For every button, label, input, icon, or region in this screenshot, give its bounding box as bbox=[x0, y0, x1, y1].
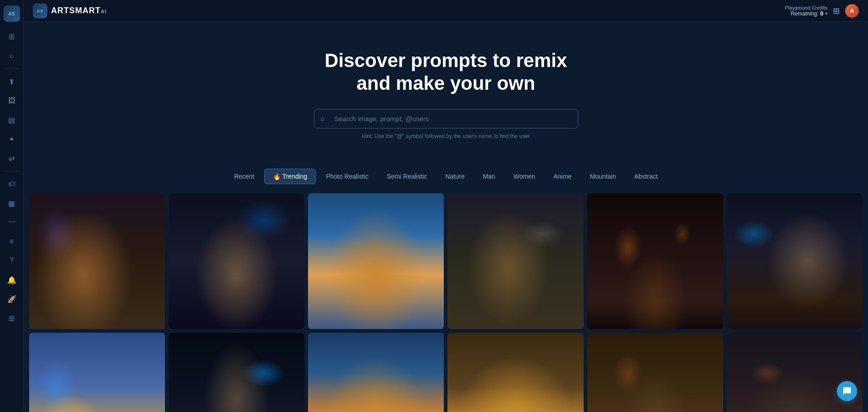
image-card[interactable] bbox=[169, 193, 304, 329]
sidebar: AS ⊞ ⌕ ⬆ 🖼 ▤ ✦ ⇄ 🏷 ▦ 〰 ≡ ? 🔔 🚀 ⊞ bbox=[0, 0, 24, 412]
filter-tabs: Recent 🔥 Trending Photo Realistic Semi R… bbox=[24, 164, 868, 193]
image-card[interactable] bbox=[308, 333, 444, 412]
remaining-label: Remaining: bbox=[791, 10, 819, 17]
tab-trending[interactable]: 🔥 Trending bbox=[264, 169, 316, 184]
search-icon: ⌕ bbox=[320, 114, 325, 123]
sidebar-icon-help[interactable]: ? bbox=[4, 252, 20, 269]
sidebar-icon-list[interactable]: ≡ bbox=[4, 233, 20, 250]
sidebar-divider-1 bbox=[5, 68, 19, 69]
sidebar-icon-database[interactable]: ▦ bbox=[4, 195, 20, 211]
image-card[interactable] bbox=[587, 333, 723, 412]
app-logo[interactable]: AS ARTSMARTAI bbox=[33, 4, 107, 18]
tab-anime[interactable]: Anime bbox=[545, 169, 580, 184]
sidebar-icon-bell[interactable]: 🔔 bbox=[4, 272, 20, 288]
sidebar-icon-wand[interactable]: ✦ bbox=[4, 131, 20, 147]
sidebar-divider-2 bbox=[5, 171, 19, 171]
credits-remaining: Remaining: 0 ▾ bbox=[791, 10, 827, 17]
tab-abstract[interactable]: Abstract bbox=[626, 169, 666, 184]
image-card[interactable] bbox=[587, 193, 723, 329]
sidebar-icon-image[interactable]: 🖼 bbox=[4, 93, 20, 109]
topbar-right: Playground Credits Remaining: 0 ▾ ⊞ A bbox=[785, 4, 859, 18]
tab-man[interactable]: Man bbox=[475, 169, 503, 184]
tab-photo-realistic[interactable]: Photo Realistic bbox=[318, 169, 376, 184]
image-card[interactable] bbox=[169, 333, 304, 412]
sidebar-icon-layers[interactable]: ▤ bbox=[4, 112, 20, 128]
topbar-grid-icon[interactable]: ⊞ bbox=[833, 6, 840, 16]
tab-semi-realistic[interactable]: Semi Realistic bbox=[379, 169, 436, 184]
image-card[interactable] bbox=[447, 333, 583, 412]
credits-label: Playground Credits bbox=[785, 5, 827, 10]
image-card[interactable] bbox=[29, 333, 165, 412]
app-name: ARTSMARTAI bbox=[51, 6, 107, 15]
sidebar-icon-upload[interactable]: ⬆ bbox=[4, 73, 20, 90]
topbar: AS ARTSMARTAI Playground Credits Remaini… bbox=[24, 0, 868, 22]
image-grid bbox=[24, 193, 868, 412]
search-input[interactable] bbox=[314, 109, 578, 129]
tab-mountain[interactable]: Mountain bbox=[581, 169, 624, 184]
sidebar-icon-tag[interactable]: 🏷 bbox=[4, 176, 20, 192]
sidebar-icon-search[interactable]: ⌕ bbox=[4, 47, 20, 64]
sidebar-icon-wave[interactable]: 〰 bbox=[4, 214, 20, 231]
tab-recent[interactable]: Recent bbox=[226, 169, 262, 184]
user-avatar[interactable]: A bbox=[845, 4, 859, 18]
tab-nature[interactable]: Nature bbox=[437, 169, 473, 184]
image-card[interactable] bbox=[29, 193, 165, 329]
search-hint: Hint: Use the "@" symbol followed by the… bbox=[33, 133, 859, 139]
image-card[interactable] bbox=[308, 193, 444, 329]
credits-section: Playground Credits Remaining: 0 ▾ bbox=[785, 5, 827, 17]
image-card[interactable] bbox=[727, 333, 863, 412]
search-container: ⌕ bbox=[314, 109, 578, 129]
chat-icon bbox=[842, 386, 852, 396]
hero-section: Discover prompts to remix and make your … bbox=[24, 22, 868, 164]
sidebar-icon-rocket[interactable]: 🚀 bbox=[4, 291, 20, 307]
main-content: AS ARTSMARTAI Playground Credits Remaini… bbox=[24, 0, 868, 412]
sidebar-icon-grid[interactable]: ⊞ bbox=[4, 28, 20, 45]
sidebar-logo[interactable]: AS bbox=[4, 5, 20, 22]
hero-title: Discover prompts to remix and make your … bbox=[287, 49, 606, 95]
sidebar-icon-swap[interactable]: ⇄ bbox=[4, 150, 20, 166]
sidebar-icon-apps[interactable]: ⊞ bbox=[4, 310, 20, 326]
chat-button[interactable] bbox=[837, 381, 857, 401]
image-card[interactable] bbox=[727, 193, 863, 329]
credits-value: 0 bbox=[820, 10, 823, 17]
image-card[interactable] bbox=[447, 193, 583, 329]
logo-icon: AS bbox=[33, 4, 47, 18]
tab-women[interactable]: Women bbox=[505, 169, 544, 184]
credits-dropdown-arrow[interactable]: ▾ bbox=[825, 11, 827, 16]
